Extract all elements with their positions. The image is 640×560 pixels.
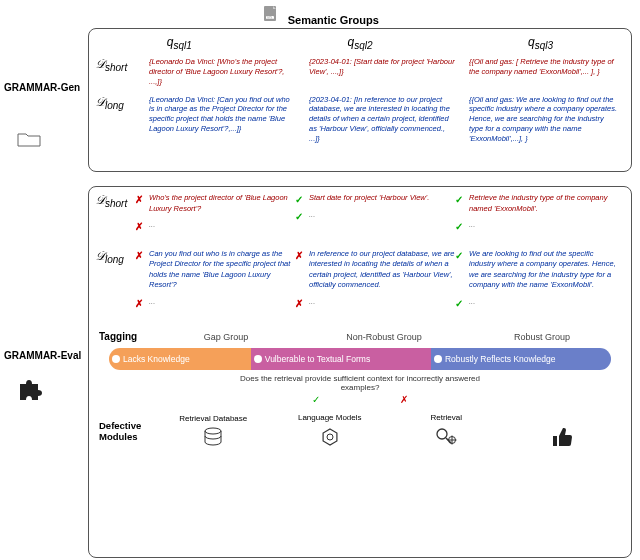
svg-point-3 (205, 428, 221, 434)
mod-ok (505, 413, 622, 450)
title: Semantic Groups (288, 14, 379, 26)
retrieval-question: Does the retrieval provide sufficient co… (89, 374, 631, 392)
grammar-eval-label: GRAMMAR-Eval (4, 350, 81, 361)
pill-vulnerable: Vulberable to Textual Forms (251, 348, 431, 370)
tag-nonrobust: Non-Robust Group (305, 332, 463, 342)
gen-short-row: 𝒟short {Leonardo Da Vinci: [Who's the pr… (89, 53, 631, 90)
gen-long-c1: {Leonardo Da Vinci: [Can you find out wh… (143, 95, 303, 134)
eval-long-row: 𝒟long ✗ Can you find out who is in charg… (89, 243, 631, 314)
tagging-row: Tagging Gap Group Non-Robust Group Robus… (89, 325, 631, 344)
defective-modules-label: Defective Modules (99, 421, 155, 442)
d-short-label: 𝒟short (95, 57, 143, 73)
d-long-label: 𝒟long (95, 95, 143, 111)
x-icon: ✗ (135, 249, 143, 263)
mod-language-models: Language Models (272, 413, 389, 450)
check-icon: ✓ (455, 193, 463, 207)
check-icon: ✓ (455, 249, 463, 263)
mod-retrieval: Retrieval (388, 413, 505, 450)
cols-header: qsql1 qsql2 qsql3 (89, 29, 631, 53)
folder-icon (16, 128, 42, 152)
thumbs-up-icon (505, 426, 622, 450)
col-q2: qsql2 (347, 35, 372, 51)
pill-lacks: Lacks Knowledge (109, 348, 251, 370)
openai-icon (272, 426, 389, 450)
svg-point-4 (327, 434, 333, 440)
tagging-label: Tagging (99, 331, 147, 342)
modules-row: Defective Modules Retrieval Database Lan… (89, 405, 631, 454)
puzzle-icon (16, 376, 42, 404)
gen-short-c3: {{Oil and gas: [ Retrieve the industry t… (463, 57, 623, 77)
col-q3: qsql3 (528, 35, 553, 51)
eval-short-c2: ✓ Start date for project 'Harbour View'.… (303, 193, 463, 220)
tag-robust: Robust Group (463, 332, 621, 342)
check-icon: ✓ (312, 394, 320, 405)
check-row: ✓ ✗ (89, 394, 631, 405)
svg-point-5 (437, 429, 447, 439)
mod-retrieval-db: Retrieval Database (155, 414, 272, 449)
svg-text:SQL: SQL (267, 16, 273, 20)
x-icon: ✗ (135, 193, 143, 207)
eval-panel: 𝒟short ✗ Who's the project director of '… (88, 186, 632, 558)
eval-short-c3: ✓ Retrieve the industry type of the comp… (463, 193, 623, 231)
tag-gap: Gap Group (147, 332, 305, 342)
header: SQL Semantic Groups (0, 0, 640, 28)
check-icon: ✓ (295, 193, 303, 207)
eval-long-c1: ✗ Can you find out who is in charge as t… (143, 249, 303, 308)
gen-long-c2: {2023-04-01: [In reference to our projec… (303, 95, 463, 144)
sql-file-icon: SQL (261, 4, 281, 26)
eval-long-c3: ✓ We are looking to find out the specifi… (463, 249, 623, 308)
gen-long-c3: {{Oil and gas: We are looking to find ou… (463, 95, 623, 144)
pill-robust: Robustly Reflects Knowledge (431, 348, 611, 370)
x-icon: ✗ (400, 394, 408, 405)
grammar-gen-label: GRAMMAR-Gen (4, 82, 80, 93)
eval-long-c2: ✗ In reference to our project database, … (303, 249, 463, 308)
col-q1: qsql1 (167, 35, 192, 51)
search-gear-icon (388, 426, 505, 450)
eval-short-c1: ✗ Who's the project director of 'Blue La… (143, 193, 303, 231)
gen-long-row: 𝒟long {Leonardo Da Vinci: [Can you find … (89, 91, 631, 148)
eval-short-row: 𝒟short ✗ Who's the project director of '… (89, 187, 631, 237)
gen-short-c2: {2023-04-01: [Start date for project 'Ha… (303, 57, 463, 77)
x-icon: ✗ (295, 249, 303, 263)
pill-bar: Lacks Knowledge Vulberable to Textual Fo… (109, 348, 611, 370)
database-icon (155, 427, 272, 449)
gen-panel: qsql1 qsql2 qsql3 𝒟short {Leonardo Da Vi… (88, 28, 632, 172)
gen-short-c1: {Leonardo Da Vinci: [Who's the project d… (143, 57, 303, 86)
